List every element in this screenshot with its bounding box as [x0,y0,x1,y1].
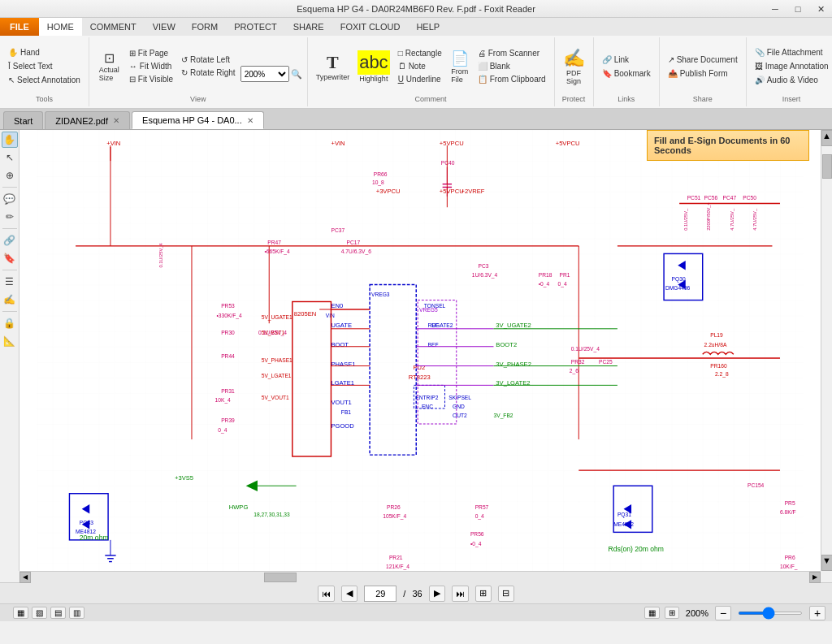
typewriter-button[interactable]: T Typewriter [313,50,353,83]
select-annotation-button[interactable]: ↖ Select Annotation [5,74,84,86]
measure-tool[interactable]: 📐 [2,333,18,349]
svg-text:PU2: PU2 [413,364,425,371]
rectangle-button[interactable]: □ Rectangle [395,47,445,59]
bookmark-button[interactable]: 🔖 Bookmark [599,67,654,80]
rotate-left-button[interactable]: ↺ Rotate Left [178,54,239,66]
notification-panel: Fill and E-Sign Documents in 60 Seconds [647,130,809,161]
audio-video-button[interactable]: 🔊 Audio & Video [752,74,832,86]
prev-page-button[interactable]: ◀ [341,586,358,602]
protect-tool[interactable]: 🔒 [2,315,18,331]
view-mode-btn2[interactable]: ▧ [32,607,47,619]
fit-width-btn2[interactable]: ⊟ [498,586,514,602]
protect-group: ✍ PDFSign Protect [555,37,594,106]
svg-text:+5VPCU: +5VPCU [556,140,580,147]
form-tool[interactable]: ☰ [2,274,18,290]
link-tool[interactable]: 🔗 [2,232,18,249]
next-page-button[interactable]: ▶ [429,586,445,602]
svg-text:HWPG: HWPG [229,504,249,511]
fit-page-button[interactable]: ⊞ Fit Page [126,47,176,59]
actual-size-button[interactable]: ⊡ ActualSize [94,47,124,85]
horizontal-scrollbar[interactable]: ◀ ▶ [20,571,821,582]
zoom-in-button[interactable]: + [809,606,826,620]
underline-button[interactable]: U Underline [395,73,445,85]
highlight-button[interactable]: abc Highlight [354,49,392,84]
view-layout-btn1[interactable]: ▦ [644,607,660,619]
bookmark-tool[interactable]: 🔖 [2,250,18,266]
ribbon: ✋ Hand Ī Select Text ↖ Select Annotation… [0,36,832,109]
tab-start[interactable]: Start [3,111,43,129]
sign-tool[interactable]: ✍ [2,292,18,308]
link-button[interactable]: 🔗 Link [599,54,654,66]
file-menu[interactable]: FILE [0,18,39,36]
close-button[interactable]: ✕ [809,0,832,18]
view-layout-btn2[interactable]: ⊞ [665,607,679,619]
scroll-down-btn[interactable]: ▼ [821,555,832,571]
minimize-button[interactable]: ─ [764,0,786,18]
canvas-area[interactable]: Fill and E-Sign Documents in 60 Seconds … [20,130,821,571]
zoom-select[interactable]: 200% 100% 150% 75% 50% [240,66,289,82]
vertical-scrollbar[interactable]: ▲ ▼ [821,130,832,571]
svg-text:•330K/F_4: •330K/F_4 [216,313,241,319]
publish-form-button[interactable]: 📤 Publish Form [665,67,741,80]
insert-group-label: Insert [782,93,801,105]
form-menu[interactable]: FORM [184,18,226,36]
select-text-button[interactable]: Ī Select Text [5,60,84,72]
scroll-left-btn[interactable]: ◀ [20,572,31,583]
view-menu[interactable]: VIEW [145,18,184,36]
foxit-cloud-menu[interactable]: FOXIT CLOUD [332,18,409,36]
from-clipboard-button[interactable]: 📋 From Clipboard [474,73,549,85]
svg-text:0.1U/25V_4: 0.1U/25V_4 [258,330,287,336]
blank-button[interactable]: ⬜ Blank [474,60,549,72]
help-menu[interactable]: HELP [408,18,448,36]
file-attachment-button[interactable]: 📎 File Attachment [752,46,832,58]
svg-text:PR57: PR57 [475,504,489,510]
scroll-up-btn[interactable]: ▲ [821,130,832,146]
underline-icon: U [398,75,404,84]
comment-menu[interactable]: COMMENT [82,18,145,36]
comment-tool[interactable]: 💬 [2,191,18,207]
svg-text:PR66: PR66 [374,171,388,177]
svg-text:4.7U/25V_: 4.7U/25V_ [730,208,734,231]
edit-tool[interactable]: ✏ [2,209,18,225]
svg-text:+2VREF: +2VREF [461,188,484,195]
tab-esquema-close[interactable]: ✕ [247,116,254,125]
scroll-right-btn[interactable]: ▶ [809,572,821,583]
svg-text:ENTRIP2: ENTRIP2 [415,395,438,400]
home-menu[interactable]: HOME [39,18,82,36]
from-file-button[interactable]: 📄 FromFile [447,48,473,85]
pdf-sign-button[interactable]: ✍ PDFSign [560,46,588,87]
image-annotation-button[interactable]: 🖼 Image Annotation [752,60,832,72]
maximize-button[interactable]: □ [786,0,809,18]
share-menu[interactable]: SHARE [285,18,332,36]
from-scanner-button[interactable]: 🖨 From Scanner [474,47,549,59]
scroll-thumb-v[interactable] [822,154,832,179]
note-button[interactable]: 🗒 Note [395,60,445,72]
fit-width-button[interactable]: ↔ Fit Width [126,60,176,72]
view-mode-btn1[interactable]: ▦ [13,607,28,619]
svg-text:Rds(on)  20m ohm: Rds(on) 20m ohm [608,545,664,553]
zoom-out-button[interactable]: − [715,606,731,620]
hand-button[interactable]: ✋ Hand [5,46,84,58]
zoom-slider[interactable] [738,612,803,615]
tab-esquema[interactable]: Esquema HP G4 - DA0... ✕ [132,111,264,129]
audio-icon: 🔊 [755,76,765,84]
view-mode-btn3[interactable]: ▤ [50,607,66,619]
tab-zidane2-close[interactable]: ✕ [113,116,119,125]
tab-zidane2[interactable]: ZIDANE2.pdf ✕ [45,111,130,129]
svg-text:PR44: PR44 [221,353,235,359]
svg-text:5V_VOUT1: 5V_VOUT1 [262,395,289,401]
view-mode-btn4[interactable]: ▥ [69,607,84,619]
select-tool[interactable]: ↖ [2,149,18,166]
rotate-right-button[interactable]: ↻ Rotate Right [178,67,239,79]
protect-menu[interactable]: PROTECT [226,18,285,36]
share-document-button[interactable]: ↗ Share Document [665,54,741,66]
page-number-input[interactable] [364,586,396,602]
note-icon: 🗒 [398,62,406,71]
scroll-thumb-h[interactable] [264,573,297,582]
last-page-button[interactable]: ⏭ [452,586,469,602]
fit-page-btn2[interactable]: ⊞ [475,586,492,602]
zoom-tool[interactable]: ⊕ [2,167,18,184]
first-page-button[interactable]: ⏮ [318,586,335,602]
fit-visible-button[interactable]: ⊟ Fit Visible [126,73,176,85]
hand-tool[interactable]: ✋ [2,132,18,148]
